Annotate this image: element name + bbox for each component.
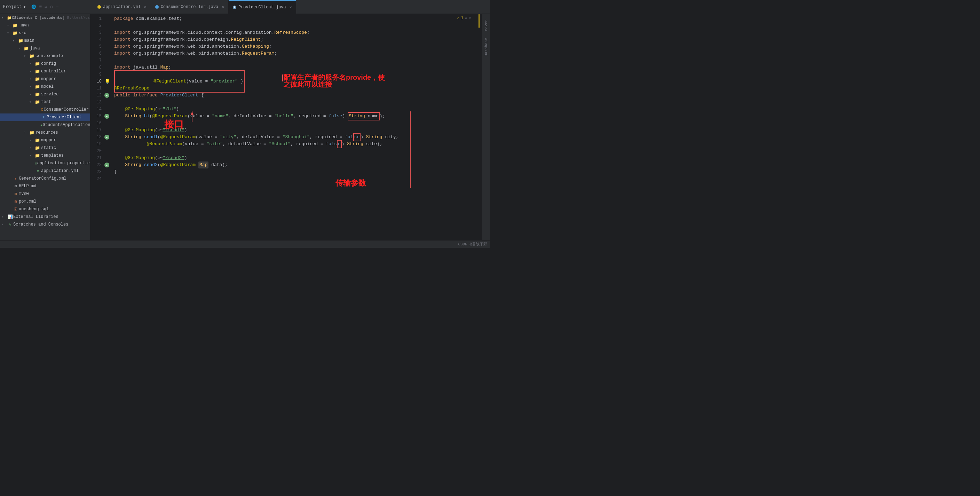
right-tab-database[interactable]: Database	[484, 35, 489, 59]
toolbar-globe-icon[interactable]: 🌐	[31, 5, 36, 9]
tree-item-static[interactable]: › 📁 static	[0, 144, 90, 152]
root-arrow: ▾	[2, 16, 7, 20]
test-arrow: ▾	[29, 100, 35, 104]
root-label: CStudents_C [cstudents] E:\test\cstudent…	[12, 16, 91, 20]
cc-icon: C	[40, 108, 43, 112]
tree-item-appyml[interactable]: ⚙ application.yml	[0, 167, 90, 175]
tab-provider-close[interactable]: ✕	[290, 5, 292, 10]
el-arrow: ›	[2, 215, 7, 219]
tab-controller-close[interactable]: ✕	[222, 5, 224, 9]
tree-item-mvnw[interactable]: m mvnw	[0, 190, 90, 198]
model-icon: 📁	[35, 84, 41, 89]
sa-icon: ✦	[40, 123, 43, 127]
ap-icon: ⚙	[35, 161, 37, 166]
ln-12: 12	[91, 92, 102, 99]
tree-item-resources[interactable]: › 📁 resources	[0, 129, 90, 137]
mapper-icon: 📁	[35, 76, 41, 82]
main-arrow: ▾	[13, 39, 18, 43]
gutter-bean-15: ●	[104, 113, 113, 120]
svc-icon: 📁	[35, 92, 41, 97]
tree-item-sql[interactable]: 🗄 xuesheng.sql	[0, 205, 90, 213]
right-panel-tabs: Maven Database	[482, 14, 490, 240]
tab-provider[interactable]: ℹ ProviderClient.java ✕	[229, 0, 296, 14]
tree-item-model[interactable]: › 📁 model	[0, 83, 90, 91]
toolbar-list-icon[interactable]: ≡	[39, 4, 42, 10]
px-icon: m	[13, 199, 19, 203]
tree-item-test[interactable]: ▾ 📁 test	[0, 98, 90, 106]
tree-item-config[interactable]: › 📁 config	[0, 60, 90, 68]
false-box-19: e	[337, 140, 342, 148]
tpl-label: templates	[41, 153, 64, 158]
toolbar-minimize-icon[interactable]: —	[56, 4, 59, 10]
tree-item-controller[interactable]: › 📁 controller	[0, 68, 90, 75]
tree-item-studentsapp[interactable]: ✦ StudentsApplication	[0, 121, 90, 129]
tree-item-pomxml[interactable]: m pom.xml	[0, 198, 90, 205]
gutter-bean-12: ●	[104, 92, 113, 99]
project-chevron-icon[interactable]: ▾	[23, 4, 26, 10]
tree-item-java[interactable]: ▾ 📁 java	[0, 45, 90, 52]
mvn-arrow: ▾	[7, 23, 13, 27]
tree-item-service[interactable]: › 📁 service	[0, 91, 90, 98]
ln-13: 13	[91, 99, 102, 106]
code-line-12: public interface ProviderClient {	[113, 92, 482, 99]
false-box-18: se	[353, 133, 361, 141]
tree-item-src[interactable]: ▾ 📁 src	[0, 29, 90, 37]
bean-icon-15[interactable]: ●	[104, 114, 109, 119]
config-icon: 📁	[35, 61, 41, 67]
gutter-bean-18: ●	[104, 134, 113, 141]
ctrl-icon: 📁	[35, 69, 41, 74]
tree-item-comexample[interactable]: ▾ 📁 com.example	[0, 52, 90, 60]
code-line-21: @GetMapping(☺~"/send2")	[113, 154, 482, 162]
code-line-1: package com.example.test;	[113, 15, 482, 22]
el-icon: 📊	[7, 215, 13, 219]
ln-24: 24	[91, 175, 102, 183]
gutter-bean-10: 💡	[104, 78, 113, 85]
project-dropdown[interactable]: Project ▾	[3, 4, 26, 10]
tree-item-ext-libs[interactable]: › 📊 External Libraries	[0, 213, 90, 221]
src-label: src	[19, 31, 27, 35]
tree-item-mvn[interactable]: ▾ 📁 .mvn	[0, 22, 90, 29]
tree-item-helpmd[interactable]: M HELP.md	[0, 183, 90, 190]
mvn-label: .mvn	[19, 23, 29, 28]
right-tab-maven[interactable]: Maven	[484, 17, 489, 34]
hm-icon: M	[13, 184, 19, 188]
res-label: resources	[35, 130, 58, 135]
tab-controller-label: ConsumerController.java	[161, 5, 218, 10]
bean-icon-12[interactable]: ●	[104, 93, 109, 98]
ln-17: 17	[91, 127, 102, 134]
toolbar-split-icon[interactable]: ⇌	[45, 4, 47, 10]
main-label: main	[24, 38, 35, 43]
editor-area[interactable]: ⚠ 1 ∧ ∨ 1 2 3 4 5 6 7 8 9 10 11	[91, 14, 482, 240]
tree-item-consumercont[interactable]: C ConsumerController	[0, 106, 90, 113]
tab-controller[interactable]: ConsumerController.java ✕	[151, 0, 229, 14]
tree-item-templates[interactable]: › 📁 templates	[0, 152, 90, 159]
project-root[interactable]: ▾ 📁 CStudents_C [cstudents] E:\test\cstu…	[0, 14, 90, 22]
tpl-icon: 📁	[35, 153, 41, 158]
tree-item-res-mapper[interactable]: › 📁 mapper	[0, 137, 90, 144]
tree-item-mapper[interactable]: › 📁 mapper	[0, 75, 90, 83]
res-icon: 📁	[29, 130, 35, 135]
status-text: CSDN @君战于野	[458, 242, 487, 247]
title-bar: Project ▾ 🌐 ≡ ⇌ ⚙ — application.yml ✕ Co…	[0, 0, 490, 14]
tab-yaml-close[interactable]: ✕	[144, 5, 146, 9]
main-area: ▾ 📁 CStudents_C [cstudents] E:\test\cstu…	[0, 14, 490, 240]
code-line-2	[113, 22, 482, 29]
code-line-14: @GetMapping(☺~"/hi")	[113, 106, 482, 113]
model-label: model	[41, 84, 54, 89]
ln-23: 23	[91, 169, 102, 175]
tab-yaml[interactable]: application.yml ✕	[93, 0, 151, 14]
ln-9: 9	[91, 71, 102, 78]
ap-label: application.properties	[37, 161, 91, 166]
bean-icon-22[interactable]: ●	[104, 162, 109, 167]
gutter-icons: 💡 ● ● ●	[104, 14, 113, 240]
tree-item-providerclient[interactable]: I ProviderClient	[0, 113, 90, 121]
test-icon: 📁	[35, 100, 41, 105]
tree-item-main[interactable]: ▾ 📁 main	[0, 37, 90, 45]
toolbar-gear-icon[interactable]: ⚙	[50, 4, 53, 10]
string-name-box: String name	[348, 112, 380, 121]
tree-item-genconfig[interactable]: ✦ GeneratorConfig.xml	[0, 175, 90, 183]
code-area[interactable]: package com.example.test; import org.spr…	[113, 14, 482, 240]
tree-item-scratches[interactable]: › ✎ Scratches and Consoles	[0, 221, 90, 228]
tree-item-appprops[interactable]: ⚙ application.properties	[0, 159, 90, 167]
bean-icon-18[interactable]: ●	[104, 135, 109, 140]
